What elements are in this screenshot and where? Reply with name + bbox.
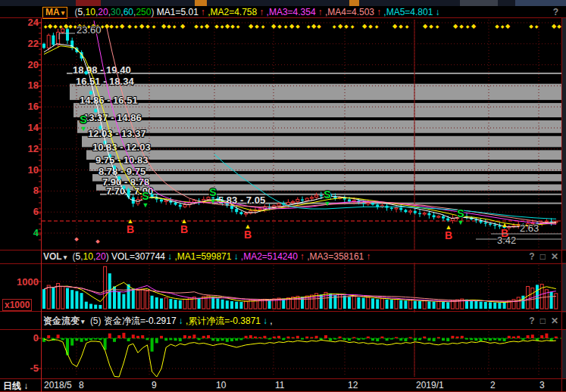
divider <box>0 263 566 264</box>
window-top-strip <box>0 0 566 6</box>
ma-values: MA1=5.01↑ ,MA2=4.758↑ ,MA3=4.354↑ ,MA4=4… <box>157 7 440 17</box>
svg-text:▼: ▼ <box>458 219 464 226</box>
period-selector[interactable]: 日线 ↓ <box>3 380 28 392</box>
price-tick-label: 6 <box>14 206 39 217</box>
svg-text:10.83 - 12.03: 10.83 - 12.03 <box>92 142 151 153</box>
chart-canvas[interactable]: 18.98 - 19.4016.51 - 18.3414.86 - 16.511… <box>0 0 566 392</box>
svg-text:◆: ◆ <box>205 23 210 30</box>
gap-band <box>86 150 561 160</box>
price-tick-label: 4 <box>14 227 39 238</box>
date-label: 11 <box>275 380 284 390</box>
svg-text:◆: ◆ <box>399 23 403 29</box>
svg-text:◆: ◆ <box>180 23 186 30</box>
svg-text:◆: ◆ <box>220 24 224 29</box>
svg-text:◆: ◆ <box>453 23 458 30</box>
chevron-down-icon: ▾ <box>64 254 67 261</box>
svg-text:5.83 - 7.05: 5.83 - 7.05 <box>218 194 265 206</box>
indicator-value: ,MA3=4.354 <box>267 7 316 17</box>
indicator-value: ,MA2=514240 <box>241 251 298 262</box>
svg-text:◆: ◆ <box>225 23 230 30</box>
arrow-down-icon: ↓ <box>167 251 174 262</box>
help-icon[interactable]: ? <box>529 316 534 326</box>
svg-text:▼: ▼ <box>210 198 217 205</box>
close-icon[interactable]: ✕ <box>551 316 558 326</box>
window-right-edge <box>562 0 566 392</box>
header-token: 10 <box>86 7 95 17</box>
svg-text:◆: ◆ <box>552 23 557 30</box>
chrome-block <box>349 0 359 6</box>
close-icon[interactable]: ✕ <box>551 251 558 262</box>
gap-band <box>77 120 561 133</box>
date-label: 12 <box>348 380 358 390</box>
svg-text:◆: ◆ <box>145 23 150 29</box>
svg-text:◆: ◆ <box>152 24 156 29</box>
price-tick-label: 8 <box>14 185 39 196</box>
help-icon[interactable]: ? <box>529 251 534 262</box>
price-tick-label: 14 <box>14 122 39 133</box>
vol-values: VOL=307744↓ ,MA1=599871↓ ,MA2=514240↑ ,M… <box>111 251 371 262</box>
svg-text:◆: ◆ <box>95 238 100 244</box>
svg-text:◆: ◆ <box>459 23 464 29</box>
date-axis-bar: 日线 ↓ 2018/5891011122019/123 <box>0 379 566 392</box>
svg-text:◆: ◆ <box>351 24 355 29</box>
svg-text:13.37 - 14.86: 13.37 - 14.86 <box>83 112 142 123</box>
vol-dropdown-button[interactable]: VOL▾ <box>43 251 67 262</box>
maximize-icon[interactable]: □ <box>540 316 546 326</box>
maximize-icon[interactable]: □ <box>540 251 546 262</box>
date-label: 2019/1 <box>416 380 444 390</box>
arrow-up-icon: ↑ <box>377 7 383 17</box>
svg-text:◆: ◆ <box>200 24 204 29</box>
svg-text:▼: ▼ <box>80 125 87 132</box>
header-token: ) <box>106 251 109 262</box>
chevron-down-icon: ▾ <box>81 318 85 325</box>
price-tick-label: 22 <box>14 38 39 49</box>
svg-text:B: B <box>445 229 452 241</box>
divider <box>0 17 566 18</box>
svg-text:12.03 - 13.37: 12.03 - 13.37 <box>88 128 146 139</box>
svg-text:◆: ◆ <box>59 24 63 29</box>
arrow-up-icon: ↑ <box>201 7 208 17</box>
svg-text:◆: ◆ <box>115 24 119 29</box>
svg-text:B: B <box>180 223 188 235</box>
svg-text:◆: ◆ <box>505 23 511 30</box>
header-token: 60 <box>124 7 133 17</box>
price-tick-label: 10 <box>14 164 39 176</box>
svg-text:◆: ◆ <box>368 23 373 29</box>
chrome-block <box>76 0 101 6</box>
flow-dropdown-button[interactable]: 资金流变▾ <box>43 316 85 326</box>
header-token: 250 <box>136 7 151 17</box>
pane-help[interactable]: ? <box>553 6 558 18</box>
svg-text:◆: ◆ <box>173 24 177 29</box>
svg-text:◆: ◆ <box>311 23 317 30</box>
svg-text:2.63: 2.63 <box>520 222 539 234</box>
volume-header: VOL▾ (5,10,20) VOL=307744↓ ,MA1=599871↓ … <box>0 250 566 263</box>
svg-text:◆: ◆ <box>466 24 470 29</box>
svg-text:◆: ◆ <box>423 23 428 30</box>
svg-text:▼: ▼ <box>324 200 331 207</box>
svg-text:◆: ◆ <box>236 24 240 29</box>
header-token: 30 <box>111 7 120 17</box>
svg-text:B: B <box>244 229 252 241</box>
svg-text:◆: ◆ <box>436 24 439 29</box>
price-tick-label: 18 <box>14 79 39 91</box>
svg-text:◆: ◆ <box>74 236 79 241</box>
arrow-up-icon: ↑ <box>300 251 307 262</box>
ma-params: (5,10,20,30,60,250) <box>75 7 155 17</box>
svg-text:◆: ◆ <box>333 24 336 29</box>
flow-tick-label: -5 <box>14 362 39 374</box>
svg-text:◆: ◆ <box>194 23 199 29</box>
svg-text:◆: ◆ <box>161 23 167 30</box>
svg-text:◆: ◆ <box>109 23 114 29</box>
svg-text:S: S <box>324 188 330 201</box>
flow-tick-label: 0 <box>14 332 39 344</box>
svg-text:◆: ◆ <box>139 23 145 30</box>
svg-text:◆: ◆ <box>284 24 288 29</box>
svg-text:◆: ◆ <box>495 23 499 29</box>
svg-text:◆: ◆ <box>429 23 433 29</box>
svg-text:◆: ◆ <box>296 23 300 29</box>
arrow-up-icon: ↑ <box>318 7 325 17</box>
svg-text:◆: ◆ <box>338 23 343 30</box>
date-label: 2018/5 <box>44 380 72 390</box>
svg-text:9.75 - 10.83: 9.75 - 10.83 <box>95 154 148 166</box>
svg-text:◆: ◆ <box>53 23 58 29</box>
